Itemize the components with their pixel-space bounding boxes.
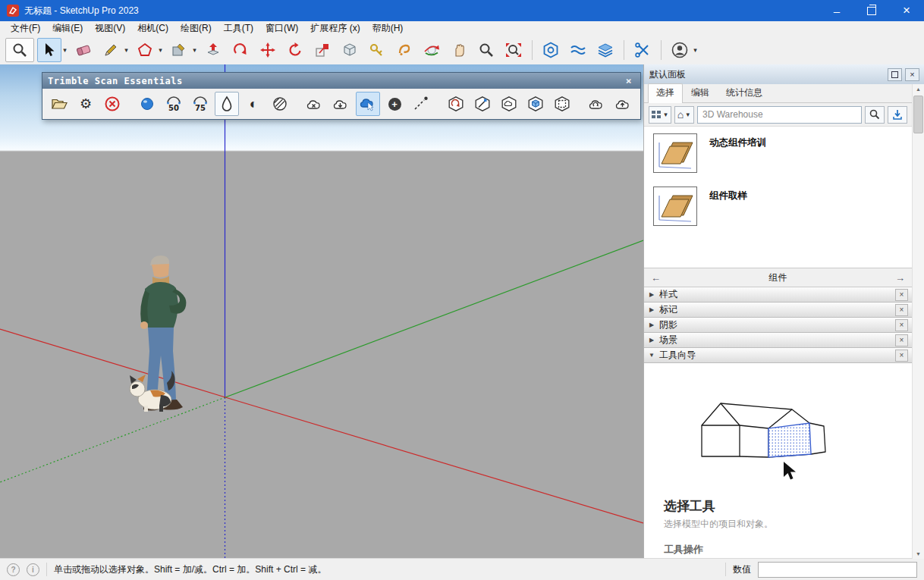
tab-statistics[interactable]: 统计信息: [718, 83, 771, 102]
section-close-icon[interactable]: ×: [895, 289, 908, 301]
menu-tools[interactable]: 工具(T): [218, 22, 259, 35]
component-thumbnail[interactable]: [653, 187, 697, 228]
line-caret-icon[interactable]: ▾: [123, 46, 130, 54]
hex-bounds-button[interactable]: [550, 92, 574, 116]
close-button[interactable]: ×: [889, 0, 924, 21]
section-tags[interactable]: ▶ 标记 ×: [644, 303, 912, 318]
tray-header[interactable]: 默认面板 ×: [644, 64, 924, 85]
shapes-caret-icon[interactable]: ▾: [157, 46, 164, 54]
section-instructor[interactable]: ▼ 工具向导 ×: [644, 348, 912, 363]
paint-bucket-button[interactable]: [392, 38, 416, 62]
section-close-icon[interactable]: ×: [895, 334, 908, 346]
hex-rotate-button[interactable]: [444, 92, 468, 116]
component-item[interactable]: 组件取样: [644, 180, 912, 233]
menu-file[interactable]: 文件(F): [5, 22, 46, 35]
home-button[interactable]: ⌂ ▾: [674, 106, 694, 124]
view-options-button[interactable]: ▾: [649, 106, 671, 124]
scroll-up-icon[interactable]: ▲: [916, 84, 921, 94]
measurement-input[interactable]: [758, 562, 917, 578]
layers-button[interactable]: [593, 38, 618, 62]
zoom-button[interactable]: [474, 38, 498, 62]
menu-window[interactable]: 窗口(W): [259, 22, 304, 35]
maximize-button[interactable]: [854, 0, 889, 21]
scale-button[interactable]: [310, 38, 335, 62]
select-caret-icon[interactable]: ▾: [61, 46, 68, 54]
rectangle-tool-button[interactable]: [167, 38, 191, 62]
search-button[interactable]: [865, 106, 885, 124]
cloud-remove-button[interactable]: [303, 92, 327, 116]
sandbox-waves-button[interactable]: [566, 38, 590, 62]
section-scissors-button[interactable]: [630, 38, 655, 62]
menu-edit[interactable]: 编辑(E): [46, 22, 89, 35]
menu-help[interactable]: 帮助(H): [366, 22, 410, 35]
cat-figure[interactable]: [127, 369, 178, 413]
hex-cube-button[interactable]: [523, 92, 548, 116]
rectangle-caret-icon[interactable]: ▾: [191, 46, 198, 54]
trimble-scan-toolbar[interactable]: Trimble Scan Essentials × ⚙: [42, 72, 641, 120]
select-button[interactable]: [37, 38, 61, 62]
density-75-button[interactable]: 75: [188, 92, 212, 116]
scrollbar-thumb[interactable]: [913, 96, 923, 133]
tab-edit[interactable]: 编辑: [683, 83, 718, 102]
component-label[interactable]: 组件取样: [709, 190, 747, 202]
hatch-circle-button[interactable]: [268, 92, 292, 116]
tray-undock-button[interactable]: [888, 68, 902, 81]
offset-button[interactable]: [228, 38, 253, 62]
tab-select[interactable]: 选择: [648, 83, 683, 103]
trimble-close-icon[interactable]: ×: [623, 75, 635, 86]
account-caret-icon[interactable]: ▾: [692, 46, 699, 54]
zoom-tool-button[interactable]: [5, 38, 34, 62]
cloud-upload-button[interactable]: [611, 92, 636, 116]
menu-view[interactable]: 视图(V): [89, 22, 131, 35]
pan-button[interactable]: [447, 38, 471, 62]
open-folder-button[interactable]: [47, 92, 71, 116]
settings-gear-button[interactable]: ⚙: [74, 92, 98, 116]
scan-point-button[interactable]: [135, 92, 159, 116]
add-point-button[interactable]: +: [382, 92, 407, 116]
delete-scan-button[interactable]: [100, 92, 124, 116]
line-tool-button[interactable]: [99, 38, 123, 62]
hex-slice-button[interactable]: [470, 92, 495, 116]
model-viewport[interactable]: Trimble Scan Essentials × ⚙: [0, 64, 643, 559]
geolocation-question-icon[interactable]: ?: [7, 563, 20, 576]
panel-scrollbar[interactable]: ▲ ▼: [912, 84, 924, 559]
key-icon-button[interactable]: [365, 38, 389, 62]
move-button[interactable]: [256, 38, 280, 62]
nav-back-icon[interactable]: ←: [651, 272, 661, 284]
menu-extensions[interactable]: 扩展程序 (x): [304, 22, 366, 35]
credits-info-icon[interactable]: i: [27, 563, 39, 576]
warehouse-action-button[interactable]: [888, 106, 907, 124]
contrast-button[interactable]: ◐: [241, 92, 266, 116]
cloud-select-button[interactable]: [356, 92, 380, 116]
density-50-button[interactable]: 50: [162, 92, 186, 116]
rotate-button[interactable]: [283, 38, 307, 62]
component-item[interactable]: 动态组件培训: [644, 127, 912, 180]
menu-draw[interactable]: 绘图(R): [174, 22, 218, 35]
warehouse-hexagon-button[interactable]: [539, 38, 563, 62]
section-scenes[interactable]: ▶ 场景 ×: [644, 333, 912, 348]
water-drop-button[interactable]: [215, 92, 239, 116]
dashed-line-button[interactable]: [409, 92, 433, 116]
section-styles[interactable]: ▶ 样式 ×: [644, 287, 912, 303]
cloud-refresh-button[interactable]: [585, 92, 609, 116]
orbit-button[interactable]: [420, 38, 444, 62]
eraser-button[interactable]: [71, 38, 96, 62]
warehouse-search-input[interactable]: [697, 106, 862, 124]
nav-forward-icon[interactable]: →: [895, 272, 905, 284]
section-close-icon[interactable]: ×: [895, 319, 908, 331]
zoom-extents-button[interactable]: [501, 38, 526, 62]
menu-camera[interactable]: 相机(C): [131, 22, 174, 35]
pushpull-button[interactable]: [201, 38, 225, 62]
trimble-scan-titlebar[interactable]: Trimble Scan Essentials ×: [42, 73, 640, 89]
cube-tool-button[interactable]: [338, 38, 362, 62]
component-label[interactable]: 动态组件培训: [709, 136, 766, 149]
hex-cloud-button[interactable]: [497, 92, 521, 116]
tray-close-button[interactable]: ×: [905, 68, 919, 81]
section-close-icon[interactable]: ×: [895, 350, 908, 362]
component-thumbnail[interactable]: [653, 133, 697, 175]
minimize-button[interactable]: –: [819, 0, 854, 21]
section-shadows[interactable]: ▶ 阴影 ×: [644, 318, 912, 333]
account-button[interactable]: [668, 38, 692, 62]
section-close-icon[interactable]: ×: [895, 304, 908, 316]
shapes-tool-button[interactable]: [133, 38, 157, 62]
